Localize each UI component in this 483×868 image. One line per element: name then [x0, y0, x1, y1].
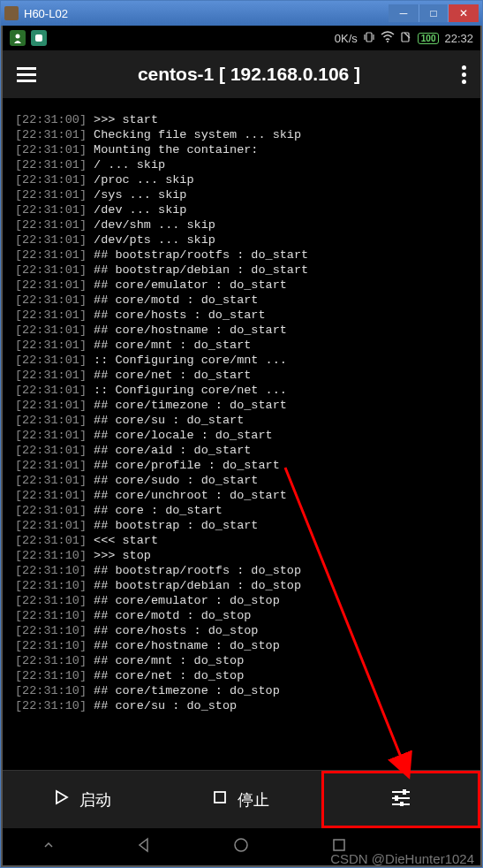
- svg-rect-10: [403, 789, 406, 795]
- emulator-title: H60-L02: [24, 7, 389, 20]
- battery-indicator: 100: [418, 33, 440, 44]
- android-nav-bar: [3, 828, 480, 865]
- nav-expand-icon[interactable]: [42, 839, 55, 855]
- svg-rect-1: [35, 34, 42, 42]
- window-maximize-button[interactable]: □: [419, 4, 449, 22]
- svg-point-0: [16, 34, 20, 39]
- start-label: 启动: [79, 789, 111, 811]
- svg-rect-14: [400, 802, 404, 806]
- emulator-app-icon: [4, 6, 19, 20]
- svg-point-5: [387, 41, 389, 42]
- nav-home-button[interactable]: [232, 836, 250, 857]
- window-minimize-button[interactable]: ─: [389, 4, 419, 22]
- start-button[interactable]: 启动: [3, 771, 162, 828]
- bottom-toolbar: 启动 停止: [3, 770, 480, 828]
- statusbar-time: 22:32: [444, 32, 473, 45]
- sim-icon: [400, 31, 412, 46]
- svg-rect-8: [215, 792, 225, 803]
- stop-icon: [213, 790, 227, 809]
- stop-label: 停止: [238, 789, 269, 811]
- wifi-icon: [381, 31, 395, 46]
- svg-rect-16: [334, 840, 344, 850]
- emulator-titlebar: H60-L02 ─ □ ✕: [1, 1, 482, 26]
- svg-rect-2: [366, 33, 372, 42]
- window-close-button[interactable]: ✕: [449, 4, 479, 22]
- nav-back-button[interactable]: [135, 836, 153, 857]
- svg-point-15: [235, 839, 247, 851]
- nav-recent-button[interactable]: [330, 836, 348, 857]
- play-icon: [53, 789, 69, 810]
- settings-sliders-icon: [390, 788, 411, 811]
- stop-button[interactable]: 停止: [162, 771, 321, 828]
- statusbar-app-icon-2: [31, 30, 47, 46]
- app-header: centos-1 [ 192.168.0.106 ]: [3, 50, 480, 98]
- vibrate-icon: [363, 31, 375, 46]
- svg-rect-12: [395, 796, 398, 801]
- android-statusbar: 0K/s 100 22:32: [3, 26, 480, 50]
- terminal-output[interactable]: [22:31:00] >>> start [22:31:01] Checking…: [3, 98, 480, 770]
- page-title: centos-1 [ 192.168.0.106 ]: [36, 64, 462, 85]
- more-options-button[interactable]: [462, 65, 466, 84]
- network-speed: 0K/s: [335, 32, 358, 45]
- menu-button[interactable]: [17, 67, 36, 82]
- statusbar-app-icon-1: [10, 30, 26, 46]
- settings-button[interactable]: [321, 771, 480, 828]
